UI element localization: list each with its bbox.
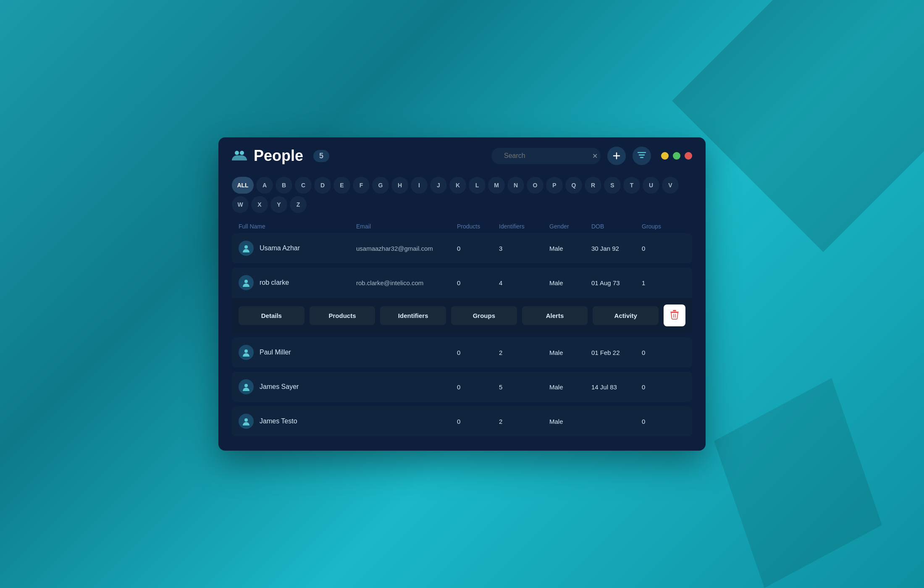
svg-point-13 bbox=[244, 384, 248, 387]
alpha-G[interactable]: G bbox=[372, 177, 389, 194]
trash-icon bbox=[670, 310, 679, 322]
person-groups: 1 bbox=[642, 279, 675, 286]
col-gender: Gender bbox=[549, 223, 591, 230]
activity-button[interactable]: Activity bbox=[593, 306, 659, 325]
header: People 5 ✕ bbox=[218, 137, 706, 174]
alerts-button[interactable]: Alerts bbox=[522, 306, 588, 325]
col-email: Email bbox=[356, 223, 457, 230]
avatar bbox=[239, 379, 254, 394]
person-dob: 01 Feb 22 bbox=[591, 349, 642, 356]
col-fullname: Full Name bbox=[239, 223, 356, 230]
person-name: Usama Azhar bbox=[239, 241, 356, 256]
alpha-X[interactable]: X bbox=[251, 196, 268, 213]
close-dot[interactable] bbox=[685, 152, 692, 160]
col-products: Products bbox=[457, 223, 499, 230]
svg-rect-9 bbox=[673, 310, 676, 311]
minimize-dot[interactable] bbox=[661, 152, 669, 160]
person-groups: 0 bbox=[642, 349, 675, 356]
alpha-R[interactable]: R bbox=[585, 177, 601, 194]
alpha-M[interactable]: M bbox=[488, 177, 505, 194]
avatar bbox=[239, 414, 254, 429]
alpha-V[interactable]: V bbox=[662, 177, 679, 194]
table-row[interactable]: James Testo 0 2 Male 0 14:20:28 15 Feb 2… bbox=[232, 406, 692, 436]
window-controls bbox=[661, 152, 692, 160]
delete-button[interactable] bbox=[664, 304, 685, 326]
person-products: 0 bbox=[457, 245, 499, 252]
people-icon bbox=[232, 149, 247, 163]
alpha-C[interactable]: C bbox=[295, 177, 312, 194]
alpha-D[interactable]: D bbox=[314, 177, 331, 194]
alpha-all-button[interactable]: ALL bbox=[232, 177, 254, 194]
alpha-filter-row: ALL A B C D E F G H I J K L M N O P Q R … bbox=[218, 174, 706, 220]
page-title: People bbox=[254, 147, 303, 165]
alpha-F[interactable]: F bbox=[353, 177, 370, 194]
alpha-U[interactable]: U bbox=[643, 177, 659, 194]
col-created: Created bbox=[675, 223, 706, 230]
alpha-A[interactable]: A bbox=[256, 177, 273, 194]
add-person-button[interactable] bbox=[607, 147, 626, 165]
table-row[interactable]: Usama Azhar usamaazhar32@gmail.com 0 3 M… bbox=[232, 233, 692, 263]
alpha-L[interactable]: L bbox=[469, 177, 486, 194]
table-header: Full Name Email Products Identifiers Gen… bbox=[232, 220, 692, 233]
person-gender: Male bbox=[549, 349, 591, 356]
alpha-T[interactable]: T bbox=[623, 177, 640, 194]
alpha-E[interactable]: E bbox=[333, 177, 350, 194]
person-groups: 0 bbox=[642, 245, 675, 252]
alpha-Q[interactable]: Q bbox=[565, 177, 582, 194]
alpha-W[interactable]: W bbox=[232, 196, 249, 213]
person-products: 0 bbox=[457, 349, 499, 356]
person-identifiers: 2 bbox=[499, 349, 549, 356]
person-identifiers: 2 bbox=[499, 418, 549, 425]
search-box[interactable]: ✕ bbox=[491, 148, 601, 164]
search-clear-icon[interactable]: ✕ bbox=[592, 152, 598, 160]
person-identifiers: 5 bbox=[499, 383, 549, 391]
filter-button[interactable] bbox=[633, 147, 651, 165]
person-dob: 01 Aug 73 bbox=[591, 279, 642, 286]
table-row[interactable]: rob clarke rob.clarke@intelico.com 0 4 M… bbox=[232, 268, 692, 298]
person-gender: Male bbox=[549, 245, 591, 252]
col-identifiers: Identifiers bbox=[499, 223, 549, 230]
table-container: Full Name Email Products Identifiers Gen… bbox=[218, 220, 706, 451]
person-name: James Testo bbox=[239, 414, 356, 429]
person-gender: Male bbox=[549, 383, 591, 391]
avatar bbox=[239, 241, 254, 256]
person-groups: 0 bbox=[642, 418, 675, 425]
alpha-S[interactable]: S bbox=[604, 177, 621, 194]
person-products: 0 bbox=[457, 279, 499, 286]
alpha-H[interactable]: H bbox=[391, 177, 408, 194]
person-dob: 14 Jul 83 bbox=[591, 383, 642, 391]
alpha-B[interactable]: B bbox=[276, 177, 292, 194]
alpha-I[interactable]: I bbox=[411, 177, 428, 194]
person-products: 0 bbox=[457, 418, 499, 425]
groups-button[interactable]: Groups bbox=[451, 306, 517, 325]
person-email: usamaazhar32@gmail.com bbox=[356, 245, 457, 252]
person-email: rob.clarke@intelico.com bbox=[356, 279, 457, 286]
search-input[interactable] bbox=[504, 152, 588, 160]
alpha-Z[interactable]: Z bbox=[290, 196, 307, 213]
alpha-K[interactable]: K bbox=[449, 177, 466, 194]
svg-point-0 bbox=[235, 151, 239, 155]
identifiers-button[interactable]: Identifiers bbox=[380, 306, 446, 325]
svg-point-14 bbox=[244, 418, 248, 422]
alpha-J[interactable]: J bbox=[430, 177, 447, 194]
table-row[interactable]: Paul Miller 0 2 Male 01 Feb 22 0 11:42:4… bbox=[232, 337, 692, 368]
person-created: 11:39:38 10 Feb 22 bbox=[675, 276, 706, 289]
alpha-Y[interactable]: Y bbox=[270, 196, 287, 213]
alpha-P[interactable]: P bbox=[546, 177, 563, 194]
person-name: rob clarke bbox=[239, 275, 356, 290]
table-row[interactable]: James Sayer 0 5 Male 14 Jul 83 0 13:24:4… bbox=[232, 372, 692, 402]
svg-point-12 bbox=[244, 349, 248, 353]
person-name: Paul Miller bbox=[239, 345, 356, 360]
details-button[interactable]: Details bbox=[239, 306, 304, 325]
maximize-dot[interactable] bbox=[673, 152, 680, 160]
person-products: 0 bbox=[457, 383, 499, 391]
svg-point-1 bbox=[240, 151, 244, 155]
person-name: James Sayer bbox=[239, 379, 356, 394]
person-gender: Male bbox=[549, 418, 591, 425]
alpha-O[interactable]: O bbox=[527, 177, 543, 194]
alpha-N[interactable]: N bbox=[507, 177, 524, 194]
person-identifiers: 3 bbox=[499, 245, 549, 252]
avatar bbox=[239, 345, 254, 360]
products-button[interactable]: Products bbox=[310, 306, 375, 325]
person-groups: 0 bbox=[642, 383, 675, 391]
